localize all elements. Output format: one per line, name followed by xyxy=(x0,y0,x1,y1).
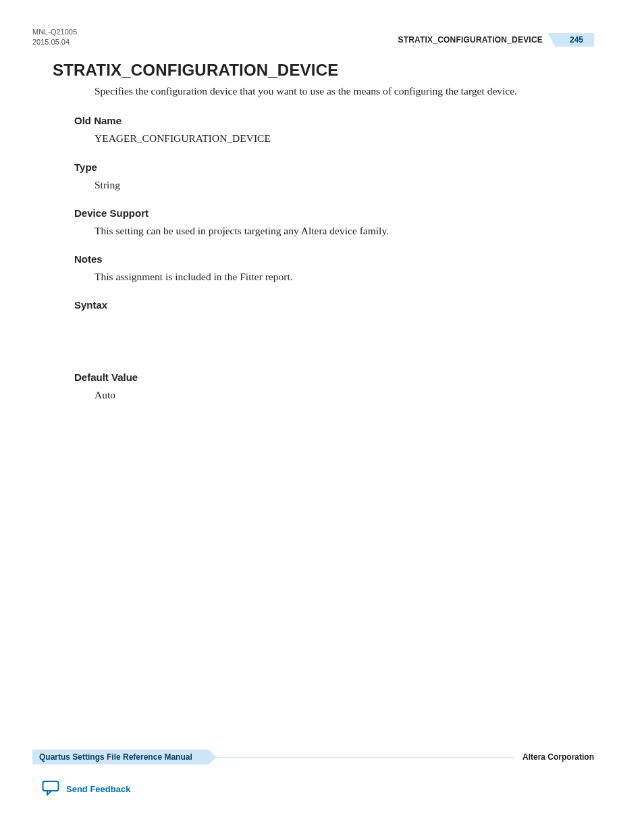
send-feedback-link[interactable]: Send Feedback xyxy=(42,780,130,798)
section-value: This assignment is included in the Fitte… xyxy=(95,269,594,284)
footer-company: Altera Corporation xyxy=(522,752,594,762)
section-label: Notes xyxy=(74,253,594,265)
section-type: Type String xyxy=(74,161,594,192)
footer-divider xyxy=(217,757,514,758)
section-label: Default Value xyxy=(74,371,594,383)
section-default-value: Default Value Auto xyxy=(74,371,594,402)
intro-text: Specifies the configuration device that … xyxy=(95,84,594,99)
content: STRATIX_CONFIGURATION_DEVICE Specifies t… xyxy=(32,61,594,403)
footer-bar: Quartus Settings File Reference Manual A… xyxy=(32,750,594,764)
send-feedback-label: Send Feedback xyxy=(66,784,130,794)
page-title: STRATIX_CONFIGURATION_DEVICE xyxy=(53,61,594,80)
section-old-name: Old Name YEAGER_CONFIGURATION_DEVICE xyxy=(74,115,594,146)
section-value: Auto xyxy=(95,387,594,402)
footer-doc-title: Quartus Settings File Reference Manual xyxy=(32,750,209,764)
section-label: Syntax xyxy=(74,299,594,311)
section-label: Type xyxy=(74,161,594,173)
doc-meta: MNL-Q21005 2015.05.04 xyxy=(32,27,77,47)
section-notes: Notes This assignment is included in the… xyxy=(74,253,594,284)
section-label: Old Name xyxy=(74,115,594,126)
section-syntax: Syntax xyxy=(74,299,594,311)
svg-rect-0 xyxy=(43,781,59,791)
doc-id: MNL-Q21005 xyxy=(32,27,77,37)
section-device-support: Device Support This setting can be used … xyxy=(74,207,594,238)
header-right: STRATIX_CONFIGURATION_DEVICE 245 xyxy=(398,33,594,47)
section-value: This setting can be used in projects tar… xyxy=(95,223,594,238)
section-label: Device Support xyxy=(74,207,594,219)
speech-bubble-icon xyxy=(42,780,59,798)
section-value: String xyxy=(95,177,594,192)
header-section-title: STRATIX_CONFIGURATION_DEVICE xyxy=(398,35,543,45)
section-value: YEAGER_CONFIGURATION_DEVICE xyxy=(95,130,594,146)
doc-date: 2015.05.04 xyxy=(32,37,77,47)
page-number-badge: 245 xyxy=(555,33,594,47)
footer-left: Quartus Settings File Reference Manual xyxy=(32,750,209,764)
